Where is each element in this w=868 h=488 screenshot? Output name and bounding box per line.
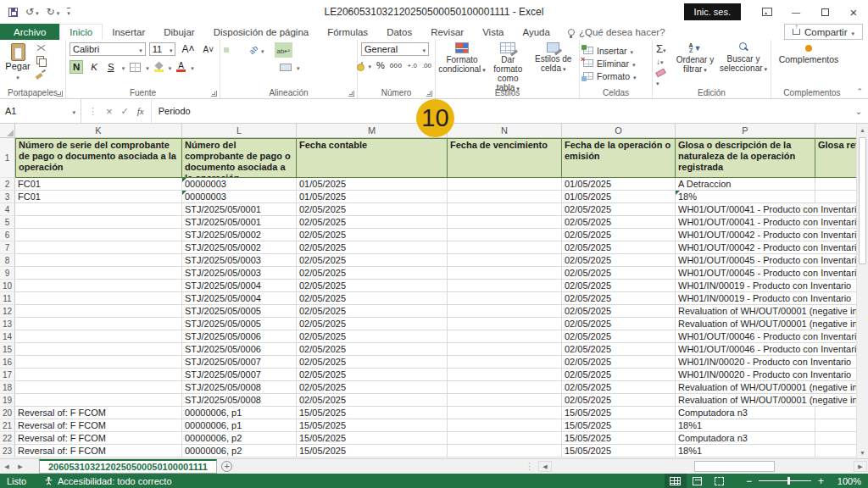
increase-indent-button[interactable] xyxy=(264,64,270,69)
cell-L21[interactable]: 00000006, p1 xyxy=(182,419,297,432)
cell-M2[interactable]: 01/05/2025 xyxy=(297,178,448,191)
cell-N15[interactable] xyxy=(448,343,562,356)
column-header-N[interactable]: N xyxy=(448,124,562,138)
row-number-22[interactable]: 22 xyxy=(0,432,15,445)
row-number-7[interactable]: 7 xyxy=(0,241,15,254)
row-number-3[interactable]: 3 xyxy=(0,191,15,203)
cell-M9[interactable]: 02/05/2025 xyxy=(297,267,448,280)
cell-N6[interactable] xyxy=(448,229,562,241)
cell-P11[interactable]: WH01/IN/00019 - Producto con Inventario xyxy=(676,292,815,305)
cell-L8[interactable]: STJ/2025/05/0003 xyxy=(182,254,297,267)
cell-M5[interactable]: 02/05/2025 xyxy=(297,216,448,229)
tab-formulas[interactable]: Fórmulas xyxy=(318,24,377,40)
format-cells-button[interactable]: Formato xyxy=(583,69,648,82)
cell-M7[interactable]: 02/05/2025 xyxy=(297,241,448,254)
cell-K7[interactable] xyxy=(15,241,182,254)
cell-M8[interactable]: 02/05/2025 xyxy=(297,254,448,267)
customize-qat-button[interactable] xyxy=(67,8,70,16)
cell-Q22[interactable] xyxy=(815,432,856,445)
cell-N23[interactable] xyxy=(448,445,562,458)
header-cell-Q1[interactable]: Glosa referencial xyxy=(815,138,856,178)
cell-K9[interactable] xyxy=(15,267,182,280)
cell-N18[interactable] xyxy=(448,381,562,394)
scroll-down-button[interactable] xyxy=(857,446,868,458)
cell-P5[interactable]: WH01/OUT/00041 - Producto con Inventario xyxy=(676,216,815,229)
row-number-8[interactable]: 8 xyxy=(0,254,15,267)
tab-ayuda[interactable]: Ayuda xyxy=(514,24,559,40)
cell-K23[interactable]: Reversal of: F FCOM xyxy=(15,445,182,458)
align-top-button[interactable] xyxy=(224,47,229,53)
column-header-O[interactable]: O xyxy=(562,124,676,138)
cell-N8[interactable] xyxy=(448,254,562,267)
cell-O5[interactable]: 02/05/2025 xyxy=(562,216,676,229)
header-cell-P1[interactable]: Glosa o descripción de la naturaleza de … xyxy=(676,138,815,178)
wrap-text-button[interactable]: ab↩ xyxy=(275,42,293,58)
cell-M15[interactable]: 02/05/2025 xyxy=(297,343,448,356)
font-name-select[interactable]: Calibri xyxy=(70,42,146,56)
cell-M23[interactable]: 15/05/2025 xyxy=(297,445,448,458)
cell-L5[interactable]: STJ/2025/05/0001 xyxy=(182,216,297,229)
cell-L11[interactable]: STJ/2025/05/0004 xyxy=(182,292,297,305)
cell-O7[interactable]: 02/05/2025 xyxy=(562,241,676,254)
row-number-14[interactable]: 14 xyxy=(0,330,15,343)
row-number-1[interactable]: 1 xyxy=(0,138,15,178)
cell-K18[interactable] xyxy=(15,381,182,394)
cell-L15[interactable]: STJ/2025/05/0006 xyxy=(182,343,297,356)
cut-icon[interactable] xyxy=(36,44,46,53)
row-number-10[interactable]: 10 xyxy=(0,280,15,292)
scroll-up-button[interactable] xyxy=(857,124,868,136)
cell-K22[interactable]: Reversal of: F FCOM xyxy=(15,432,182,445)
redo-button[interactable] xyxy=(47,6,60,18)
cell-styles-button[interactable]: Estilos de celda xyxy=(531,42,576,74)
autosum-button[interactable] xyxy=(656,42,667,55)
accessibility-status[interactable]: Accesibilidad: todo correcto xyxy=(44,476,172,486)
cell-N20[interactable] xyxy=(448,407,562,419)
cell-Q20[interactable] xyxy=(815,407,856,419)
undo-button[interactable] xyxy=(25,6,39,18)
cell-L22[interactable]: 00000006, p2 xyxy=(182,432,297,445)
cell-Q23[interactable] xyxy=(815,445,856,458)
insert-cells-button[interactable]: Insertar xyxy=(583,44,648,57)
cell-P4[interactable]: WH01/OUT/00041 - Producto con Inventario xyxy=(676,203,815,216)
cell-O9[interactable]: 02/05/2025 xyxy=(562,267,676,280)
cell-L14[interactable]: STJ/2025/05/0006 xyxy=(182,330,297,343)
insert-function-button[interactable]: fx xyxy=(137,106,144,116)
column-header-P[interactable]: P xyxy=(676,124,815,138)
tab-disposicion[interactable]: Disposición de página xyxy=(204,24,319,40)
header-cell-N1[interactable]: Fecha de vencimiento xyxy=(448,138,562,178)
cell-O22[interactable]: 15/05/2025 xyxy=(562,432,676,445)
row-number-19[interactable]: 19 xyxy=(0,394,15,407)
cell-N12[interactable] xyxy=(448,305,562,318)
cell-P21[interactable]: 18%1 xyxy=(676,419,815,432)
share-button[interactable]: Compartir xyxy=(784,24,863,40)
column-header-K[interactable]: K xyxy=(15,124,182,138)
row-number-9[interactable]: 9 xyxy=(0,267,15,280)
cell-N16[interactable] xyxy=(448,356,562,369)
cell-O2[interactable]: 01/05/2025 xyxy=(562,178,676,191)
font-size-select[interactable]: 11 xyxy=(149,42,176,56)
cell-P17[interactable]: WH01/IN/00020 - Producto con Inventario xyxy=(676,369,815,381)
scroll-right-button[interactable] xyxy=(854,461,867,472)
cell-M17[interactable]: 02/05/2025 xyxy=(297,369,448,381)
column-header-Q[interactable]: Q xyxy=(815,124,856,138)
row-number-6[interactable]: 6 xyxy=(0,229,15,241)
row-number-11[interactable]: 11 xyxy=(0,292,15,305)
tab-vista[interactable]: Vista xyxy=(473,24,513,40)
tab-revisar[interactable]: Revisar xyxy=(421,24,473,40)
tab-datos[interactable]: Datos xyxy=(377,24,421,40)
cell-P18[interactable]: Revaluation of WH/OUT/00001 (negative in… xyxy=(676,381,815,394)
next-sheet-button[interactable] xyxy=(14,459,27,474)
page-layout-view-button[interactable] xyxy=(687,474,709,488)
horizontal-scrollbar[interactable] xyxy=(554,461,851,472)
cell-Q3[interactable] xyxy=(815,191,856,203)
cell-L20[interactable]: 00000006, p1 xyxy=(182,407,297,419)
cell-P16[interactable]: WH01/IN/00020 - Producto con Inventario xyxy=(676,356,815,369)
cell-L4[interactable]: STJ/2025/05/0001 xyxy=(182,203,297,216)
prev-sheet-button[interactable] xyxy=(0,459,14,474)
cell-M19[interactable]: 02/05/2025 xyxy=(297,394,448,407)
cell-P20[interactable]: Computadora n3 xyxy=(676,407,815,419)
zoom-slider-thumb[interactable] xyxy=(787,477,790,485)
cell-M10[interactable]: 02/05/2025 xyxy=(297,280,448,292)
cell-P3[interactable]: 18% xyxy=(676,191,815,203)
normal-view-button[interactable] xyxy=(665,474,687,488)
